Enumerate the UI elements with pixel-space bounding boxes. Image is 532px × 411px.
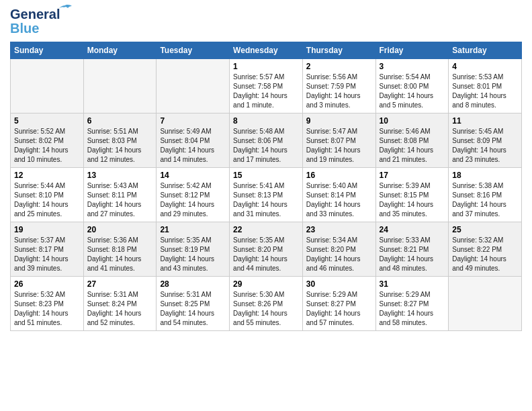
day-info: Sunrise: 5:35 AM Sunset: 8:20 PM Dayligh… bbox=[233, 236, 299, 273]
table-row bbox=[157, 59, 230, 113]
day-number: 5 bbox=[14, 116, 80, 126]
table-row: 27Sunrise: 5:31 AM Sunset: 8:24 PM Dayli… bbox=[83, 277, 157, 331]
day-info: Sunrise: 5:29 AM Sunset: 8:27 PM Dayligh… bbox=[306, 290, 372, 328]
table-row: 28Sunrise: 5:31 AM Sunset: 8:25 PM Dayli… bbox=[157, 277, 230, 331]
table-row: 17Sunrise: 5:39 AM Sunset: 8:15 PM Dayli… bbox=[375, 168, 449, 222]
day-number: 8 bbox=[233, 116, 299, 126]
table-row bbox=[83, 59, 157, 113]
day-info: Sunrise: 5:29 AM Sunset: 8:27 PM Dayligh… bbox=[380, 290, 445, 328]
col-wednesday: Wednesday bbox=[230, 42, 303, 59]
table-row: 20Sunrise: 5:36 AM Sunset: 8:18 PM Dayli… bbox=[83, 222, 157, 277]
day-number: 10 bbox=[380, 116, 445, 126]
logo-general: General bbox=[10, 7, 60, 21]
col-sunday: Sunday bbox=[11, 42, 84, 59]
col-monday: Monday bbox=[83, 42, 157, 59]
day-info: Sunrise: 5:39 AM Sunset: 8:15 PM Dayligh… bbox=[380, 181, 445, 219]
day-number: 20 bbox=[87, 225, 153, 234]
day-number: 14 bbox=[160, 171, 226, 180]
day-number: 3 bbox=[380, 62, 445, 71]
day-number: 23 bbox=[306, 225, 372, 234]
day-info: Sunrise: 5:52 AM Sunset: 8:02 PM Dayligh… bbox=[14, 127, 80, 165]
table-row: 13Sunrise: 5:43 AM Sunset: 8:11 PM Dayli… bbox=[83, 168, 157, 222]
header: General Blue bbox=[10, 7, 522, 36]
day-info: Sunrise: 5:48 AM Sunset: 8:06 PM Dayligh… bbox=[233, 127, 299, 165]
day-info: Sunrise: 5:36 AM Sunset: 8:18 PM Dayligh… bbox=[87, 236, 153, 273]
day-number: 31 bbox=[380, 279, 445, 289]
col-tuesday: Tuesday bbox=[157, 42, 230, 59]
day-number: 21 bbox=[160, 225, 226, 234]
calendar-week-row: 19Sunrise: 5:37 AM Sunset: 8:17 PM Dayli… bbox=[11, 222, 522, 277]
table-row: 5Sunrise: 5:52 AM Sunset: 8:02 PM Daylig… bbox=[11, 113, 84, 168]
table-row: 10Sunrise: 5:46 AM Sunset: 8:08 PM Dayli… bbox=[375, 113, 449, 168]
day-info: Sunrise: 5:41 AM Sunset: 8:13 PM Dayligh… bbox=[233, 181, 299, 219]
table-row: 18Sunrise: 5:38 AM Sunset: 8:16 PM Dayli… bbox=[449, 168, 522, 222]
day-info: Sunrise: 5:49 AM Sunset: 8:04 PM Dayligh… bbox=[160, 127, 226, 165]
col-thursday: Thursday bbox=[302, 42, 375, 59]
table-row: 26Sunrise: 5:32 AM Sunset: 8:23 PM Dayli… bbox=[11, 277, 84, 331]
calendar-week-row: 12Sunrise: 5:44 AM Sunset: 8:10 PM Dayli… bbox=[11, 168, 522, 222]
day-info: Sunrise: 5:42 AM Sunset: 8:12 PM Dayligh… bbox=[160, 181, 226, 219]
table-row bbox=[11, 59, 84, 113]
calendar-table: Sunday Monday Tuesday Wednesday Thursday… bbox=[10, 42, 522, 331]
calendar-header-row: Sunday Monday Tuesday Wednesday Thursday… bbox=[11, 42, 522, 59]
day-number: 9 bbox=[306, 116, 372, 126]
col-friday: Friday bbox=[375, 42, 449, 59]
day-number: 1 bbox=[233, 62, 299, 71]
day-info: Sunrise: 5:38 AM Sunset: 8:16 PM Dayligh… bbox=[452, 181, 518, 219]
day-info: Sunrise: 5:35 AM Sunset: 8:19 PM Dayligh… bbox=[160, 236, 226, 273]
day-info: Sunrise: 5:54 AM Sunset: 8:00 PM Dayligh… bbox=[380, 73, 445, 110]
day-info: Sunrise: 5:32 AM Sunset: 8:23 PM Dayligh… bbox=[14, 290, 80, 328]
day-info: Sunrise: 5:44 AM Sunset: 8:10 PM Dayligh… bbox=[14, 181, 80, 219]
table-row: 16Sunrise: 5:40 AM Sunset: 8:14 PM Dayli… bbox=[302, 168, 375, 222]
day-info: Sunrise: 5:37 AM Sunset: 8:17 PM Dayligh… bbox=[14, 236, 80, 273]
day-number: 7 bbox=[160, 116, 226, 126]
day-info: Sunrise: 5:34 AM Sunset: 8:20 PM Dayligh… bbox=[306, 236, 372, 273]
table-row: 30Sunrise: 5:29 AM Sunset: 8:27 PM Dayli… bbox=[302, 277, 375, 331]
day-number: 13 bbox=[87, 171, 153, 180]
table-row: 22Sunrise: 5:35 AM Sunset: 8:20 PM Dayli… bbox=[230, 222, 303, 277]
day-info: Sunrise: 5:56 AM Sunset: 7:59 PM Dayligh… bbox=[306, 73, 372, 110]
day-number: 19 bbox=[14, 225, 80, 234]
table-row: 31Sunrise: 5:29 AM Sunset: 8:27 PM Dayli… bbox=[375, 277, 449, 331]
table-row: 29Sunrise: 5:30 AM Sunset: 8:26 PM Dayli… bbox=[230, 277, 303, 331]
day-info: Sunrise: 5:45 AM Sunset: 8:09 PM Dayligh… bbox=[452, 127, 518, 165]
day-number: 2 bbox=[306, 62, 372, 71]
day-number: 29 bbox=[233, 279, 299, 289]
calendar-week-row: 5Sunrise: 5:52 AM Sunset: 8:02 PM Daylig… bbox=[11, 113, 522, 168]
table-row: 2Sunrise: 5:56 AM Sunset: 7:59 PM Daylig… bbox=[302, 59, 375, 113]
logo: General Blue bbox=[10, 7, 60, 36]
day-number: 18 bbox=[452, 171, 518, 180]
day-number: 27 bbox=[87, 279, 153, 289]
day-info: Sunrise: 5:31 AM Sunset: 8:25 PM Dayligh… bbox=[160, 290, 226, 328]
table-row: 14Sunrise: 5:42 AM Sunset: 8:12 PM Dayli… bbox=[157, 168, 230, 222]
day-info: Sunrise: 5:43 AM Sunset: 8:11 PM Dayligh… bbox=[87, 181, 153, 219]
day-info: Sunrise: 5:32 AM Sunset: 8:22 PM Dayligh… bbox=[452, 236, 518, 273]
table-row: 25Sunrise: 5:32 AM Sunset: 8:22 PM Dayli… bbox=[449, 222, 522, 277]
day-info: Sunrise: 5:33 AM Sunset: 8:21 PM Dayligh… bbox=[380, 236, 445, 273]
page: General Blue Sunday Monday Tuesday Wedne… bbox=[0, 0, 532, 411]
day-number: 30 bbox=[306, 279, 372, 289]
table-row: 23Sunrise: 5:34 AM Sunset: 8:20 PM Dayli… bbox=[302, 222, 375, 277]
day-number: 17 bbox=[380, 171, 445, 180]
day-info: Sunrise: 5:57 AM Sunset: 7:58 PM Dayligh… bbox=[233, 73, 299, 110]
table-row: 8Sunrise: 5:48 AM Sunset: 8:06 PM Daylig… bbox=[230, 113, 303, 168]
day-info: Sunrise: 5:53 AM Sunset: 8:01 PM Dayligh… bbox=[452, 73, 518, 110]
table-row: 11Sunrise: 5:45 AM Sunset: 8:09 PM Dayli… bbox=[449, 113, 522, 168]
day-info: Sunrise: 5:30 AM Sunset: 8:26 PM Dayligh… bbox=[233, 290, 299, 328]
day-number: 16 bbox=[306, 171, 372, 180]
day-info: Sunrise: 5:46 AM Sunset: 8:08 PM Dayligh… bbox=[380, 127, 445, 165]
table-row bbox=[449, 277, 522, 331]
day-number: 6 bbox=[87, 116, 153, 126]
day-info: Sunrise: 5:51 AM Sunset: 8:03 PM Dayligh… bbox=[87, 127, 153, 165]
day-number: 11 bbox=[452, 116, 518, 126]
day-info: Sunrise: 5:40 AM Sunset: 8:14 PM Dayligh… bbox=[306, 181, 372, 219]
logo-bird-icon bbox=[58, 4, 72, 13]
table-row: 24Sunrise: 5:33 AM Sunset: 8:21 PM Dayli… bbox=[375, 222, 449, 277]
table-row: 7Sunrise: 5:49 AM Sunset: 8:04 PM Daylig… bbox=[157, 113, 230, 168]
day-info: Sunrise: 5:47 AM Sunset: 8:07 PM Dayligh… bbox=[306, 127, 372, 165]
day-number: 24 bbox=[380, 225, 445, 234]
table-row: 6Sunrise: 5:51 AM Sunset: 8:03 PM Daylig… bbox=[83, 113, 157, 168]
day-number: 4 bbox=[452, 62, 518, 71]
table-row: 4Sunrise: 5:53 AM Sunset: 8:01 PM Daylig… bbox=[449, 59, 522, 113]
table-row: 3Sunrise: 5:54 AM Sunset: 8:00 PM Daylig… bbox=[375, 59, 449, 113]
